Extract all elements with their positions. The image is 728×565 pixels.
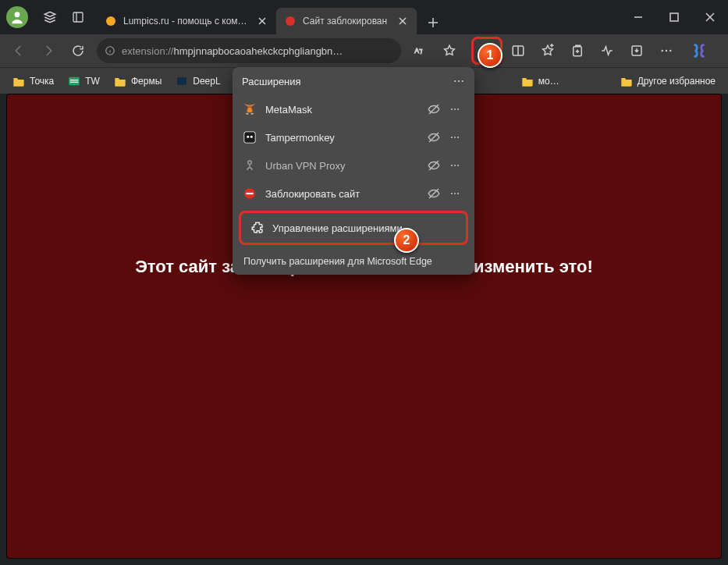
read-aloud-button[interactable]: A⁊ [406, 37, 434, 65]
svg-point-47 [451, 137, 453, 138]
close-icon[interactable] [396, 15, 409, 27]
svg-point-48 [454, 137, 456, 138]
bookmark-tw[interactable]: TW [62, 73, 106, 90]
svg-text:A⁊: A⁊ [414, 47, 423, 55]
tab-lumpics[interactable]: Lumpics.ru - помощь с компьюте [97, 8, 276, 34]
toolbar: extension://hmpjnnapbocaoahekckcphgliang… [0, 34, 728, 67]
manage-extensions[interactable]: Управление расширениями [239, 211, 468, 245]
new-tab-button[interactable] [421, 11, 445, 34]
close-window-button[interactable] [692, 0, 728, 34]
address-bar[interactable]: extension://hmpjnnapbocaoahekckcphgliang… [97, 38, 401, 63]
popup-title: Расширения [242, 76, 301, 87]
extension-more-icon[interactable] [449, 104, 465, 115]
extension-blocksite[interactable]: Заблокировать сайт [233, 179, 474, 208]
svg-point-30 [669, 50, 671, 52]
extension-more-icon[interactable] [449, 160, 465, 171]
visibility-icon[interactable] [426, 158, 442, 173]
svg-point-36 [458, 80, 460, 82]
svg-point-40 [454, 108, 456, 110]
urbanvpn-icon [242, 158, 257, 173]
callout-1: 1 [478, 43, 502, 68]
svg-point-3 [106, 16, 115, 26]
favicon-icon [284, 15, 297, 27]
favorites-button[interactable] [534, 37, 562, 65]
collections-button[interactable] [563, 37, 591, 65]
window-controls [620, 0, 728, 34]
favicon-icon [105, 15, 117, 27]
extensions-popup: Расширения MetaMask Tampermonkey Urban V… [233, 67, 474, 275]
blocksite-icon [242, 186, 257, 201]
downloads-button[interactable] [623, 37, 651, 65]
performance-button[interactable] [593, 37, 621, 65]
extension-metamask[interactable]: MetaMask [233, 95, 474, 123]
tab-label: Lumpics.ru - помощь с компьюте [123, 16, 250, 27]
svg-rect-12 [670, 13, 678, 21]
menu-button[interactable] [652, 37, 680, 65]
visibility-icon[interactable] [426, 101, 442, 117]
forward-button[interactable] [34, 37, 62, 65]
svg-point-0 [15, 12, 20, 17]
tampermonkey-icon [242, 130, 257, 145]
svg-point-28 [662, 50, 663, 52]
svg-point-41 [457, 108, 459, 110]
extension-label: Urban VPN Proxy [265, 160, 418, 172]
svg-point-49 [457, 137, 459, 138]
svg-point-6 [286, 16, 295, 26]
tab-blocked-site[interactable]: Сайт заблокирован [276, 8, 417, 34]
svg-point-29 [666, 50, 667, 52]
bookmark-mo[interactable]: мо… [515, 73, 566, 90]
extension-label: MetaMask [265, 104, 418, 115]
site-info-icon[interactable] [105, 45, 115, 56]
svg-point-59 [454, 193, 456, 194]
svg-point-45 [250, 136, 253, 138]
metamask-icon [242, 101, 257, 117]
tab-label: Сайт заблокирован [303, 16, 390, 27]
maximize-button[interactable] [656, 0, 692, 34]
tab-strip: Lumpics.ru - помощь с компьюте Сайт забл… [97, 0, 445, 34]
svg-point-35 [454, 80, 456, 82]
puzzle-icon [250, 221, 265, 235]
svg-rect-43 [244, 132, 255, 143]
svg-rect-34 [177, 77, 186, 84]
bookmark-deepl[interactable]: DeepL [169, 73, 226, 90]
visibility-icon[interactable] [426, 186, 442, 201]
svg-point-58 [451, 193, 453, 194]
bookmark-farms[interactable]: Фермы [108, 73, 168, 90]
svg-point-39 [451, 108, 453, 110]
manage-label: Управление расширениями [272, 222, 403, 234]
back-button[interactable] [5, 37, 33, 65]
extension-urbanvpn[interactable]: Urban VPN Proxy [233, 151, 474, 179]
svg-point-60 [457, 193, 459, 194]
split-screen-button[interactable] [504, 37, 532, 65]
popup-header: Расширения [233, 67, 474, 95]
bookmark-tochka[interactable]: Точка [6, 73, 60, 90]
visibility-icon[interactable] [426, 130, 442, 145]
copilot-button[interactable] [685, 37, 713, 65]
workspaces-icon[interactable] [36, 3, 64, 31]
svg-rect-33 [70, 81, 79, 82]
extension-more-icon[interactable] [449, 188, 465, 199]
titlebar: Lumpics.ru - помощь с компьюте Сайт забл… [0, 0, 728, 34]
svg-point-54 [457, 165, 459, 166]
svg-point-37 [462, 80, 463, 82]
svg-rect-1 [73, 12, 83, 22]
callout-2: 2 [394, 228, 419, 253]
extension-label: Tampermonkey [265, 132, 418, 144]
close-icon[interactable] [256, 15, 268, 27]
extension-tampermonkey[interactable]: Tampermonkey [233, 123, 474, 151]
refresh-button[interactable] [64, 37, 92, 65]
svg-rect-32 [70, 80, 79, 80]
other-bookmarks[interactable]: Другое избранное [614, 73, 722, 90]
minimize-button[interactable] [620, 0, 656, 34]
svg-rect-31 [69, 76, 80, 85]
get-extensions[interactable]: Получить расширения для Microsoft Edge [233, 248, 474, 275]
extension-more-icon[interactable] [449, 132, 465, 143]
favorite-button[interactable] [435, 37, 463, 65]
svg-point-52 [451, 165, 453, 166]
vertical-tabs-icon[interactable] [64, 3, 92, 31]
svg-rect-56 [247, 193, 254, 194]
profile-avatar[interactable] [6, 6, 28, 28]
popup-more-icon[interactable] [453, 75, 465, 87]
url-text: extension://hmpjnnapbocaoahekckcphgliang… [122, 45, 393, 57]
extension-label: Заблокировать сайт [265, 188, 418, 200]
